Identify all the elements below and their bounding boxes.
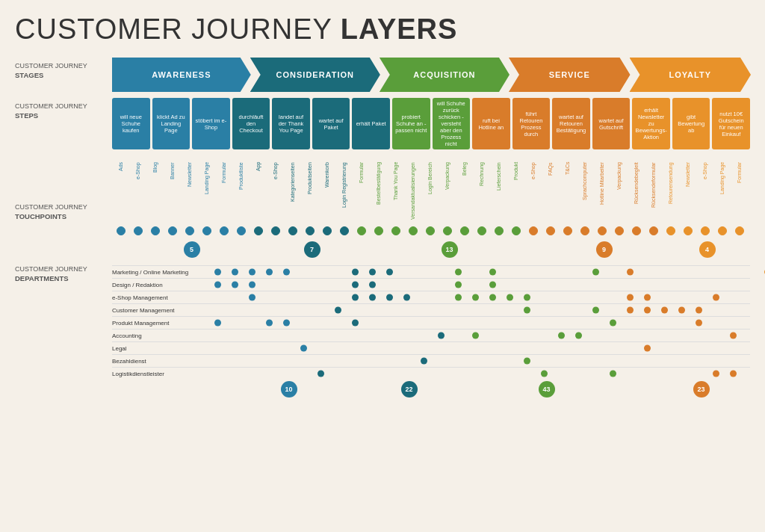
tp-label-col: Newsletter (679, 158, 696, 222)
tp-dot-col (713, 226, 731, 235)
departments-label: CUSTOMER JOURNEY DEPARTMENTS (15, 265, 112, 400)
dept-row: Design / Redaktion (112, 278, 750, 291)
step-box-9: ruft bei Hotline an (472, 98, 510, 149)
dept-dot (214, 320, 221, 327)
dept-name: Bezahldienst (112, 358, 209, 365)
tp-label-col: Ads (112, 158, 129, 222)
tp-label-col: Versandaktualisierungen (404, 158, 421, 222)
tp-label-col: Kategorienseiten (284, 158, 301, 222)
tp-label-col: Landing Page (713, 158, 731, 222)
dept-dot (524, 358, 530, 365)
dept-dot (575, 332, 582, 339)
step-box-4: landet auf der Thank You Page (272, 98, 310, 149)
dept-dot (266, 269, 273, 276)
tp-label-col: Produktseiten (301, 158, 318, 222)
tp-dot-col (198, 226, 215, 235)
tp-label-col: Formular (353, 158, 370, 222)
tp-label-col: Produkt (507, 158, 524, 222)
tp-label-col: App (250, 158, 267, 222)
dept-dot (455, 269, 462, 276)
dept-dot (352, 269, 359, 276)
step-box-11: wartet auf Retouren Bestätigung (552, 98, 590, 149)
tp-label-col: Lieferschein (490, 158, 507, 222)
dept-dot (369, 294, 376, 301)
step-box-5: wartet auf Paket (312, 98, 350, 149)
tp-label-col: FAQs (542, 158, 559, 222)
tp-dot-col (387, 226, 404, 235)
stage-loyalty: LOYALTY (630, 58, 752, 92)
tp-count-bubble: 5 (184, 241, 200, 258)
tp-dot-col (731, 226, 748, 235)
tp-label-col: T&Cs (559, 158, 576, 222)
dept-row: Accounting (112, 329, 750, 341)
tp-count-bubble: 9 (596, 241, 613, 258)
dept-dots (209, 356, 750, 366)
step-box-10: führt Retouren Prozess durch (512, 98, 551, 149)
dept-dot (472, 294, 479, 301)
dept-dots (209, 292, 750, 303)
step-box-13: erhält Newsletter zu Bewertungs-Aktion (632, 98, 670, 149)
dept-dot (421, 358, 427, 365)
dept-dot (730, 332, 737, 339)
dept-dot (524, 294, 530, 301)
tp-label-col: Login Registrierung (335, 158, 353, 222)
dept-dot (232, 269, 238, 276)
dept-dot (730, 371, 737, 377)
step-box-12: wartet auf Gutschrift (592, 98, 631, 149)
tp-label-col: Newsletter (181, 158, 198, 222)
tp-label-col: Formular (731, 158, 748, 222)
tp-dot-col (696, 226, 713, 235)
stages-container: AWARENESSCONSIDERATIONACQUISITIONSERVICE… (112, 58, 750, 92)
dept-dot (352, 320, 359, 327)
tp-dot-col (370, 226, 387, 235)
dept-count-bubble: 43 (539, 381, 555, 398)
dept-dot (713, 371, 719, 377)
dept-dot (472, 332, 479, 339)
stage-acquisition: ACQUISITION (380, 58, 510, 92)
tp-label-col: Landing Page (198, 158, 215, 222)
dept-row: Logistikdienstleister (112, 367, 750, 380)
departments-section: CUSTOMER JOURNEY DEPARTMENTS Marketing /… (15, 265, 750, 400)
step-box-6: erhält Paket (352, 98, 390, 149)
tp-dot-col (439, 226, 456, 235)
tp-dot-col (232, 226, 250, 235)
dept-dot (696, 320, 702, 327)
dept-dot (283, 269, 290, 276)
stage-consideration: CONSIDERATION (250, 58, 380, 92)
dept-dot (455, 282, 462, 288)
tp-dot-col (507, 226, 524, 235)
tp-dot-col (593, 226, 610, 235)
dept-dot (249, 269, 255, 276)
tp-label-col: Rücksendeformular (645, 158, 662, 222)
tp-label-col: e-Shop (267, 158, 284, 222)
step-box-14: gibt Bewertung ab (672, 98, 710, 149)
tp-label-col: Verpackung (610, 158, 628, 222)
tp-label-col: Sprachcomputer (576, 158, 593, 222)
step-box-8: will Schuhe zurück schicken - versteht a… (433, 98, 471, 149)
step-box-3: durchläuft den Checkout (232, 98, 270, 149)
dept-dot (678, 307, 685, 314)
tp-dot-col (112, 226, 129, 235)
tp-dot-col (473, 226, 490, 235)
tp-dot-col (267, 226, 284, 235)
tp-label-col: Warenkorb (318, 158, 335, 222)
dept-dots (209, 279, 750, 290)
dept-dots (209, 318, 750, 328)
dept-dot (627, 307, 634, 314)
dept-dots (209, 267, 750, 277)
tp-dot-col (353, 226, 370, 235)
tp-dot-col (662, 226, 679, 235)
tp-dot-col (215, 226, 232, 235)
tp-label-col: Blog (146, 158, 164, 222)
dept-dot (214, 282, 221, 288)
dept-dot (249, 282, 255, 288)
dept-row: Produkt Management (112, 316, 750, 329)
dept-dot (283, 320, 290, 327)
touchpoints-content: Adse-ShopBlogBannerNewsletterLanding Pag… (112, 158, 750, 259)
tp-dot-col (181, 226, 198, 235)
dept-dot (232, 282, 238, 288)
departments-content: Marketing / Online MarketingDesign / Red… (112, 265, 750, 400)
tp-count-bubble: 7 (304, 241, 320, 258)
dept-dot (610, 371, 616, 377)
dept-dot (524, 307, 530, 314)
